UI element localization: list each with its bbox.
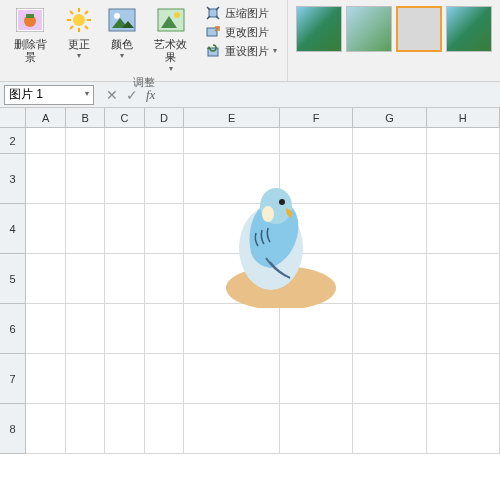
svg-point-27 <box>279 199 285 205</box>
cell[interactable] <box>353 354 426 404</box>
row-header[interactable]: 4 <box>0 204 26 254</box>
color-button[interactable]: 颜色 ▾ <box>102 2 143 62</box>
cell[interactable] <box>66 154 105 204</box>
cell[interactable] <box>105 154 144 204</box>
remove-background-button[interactable]: 删除背景 <box>4 2 56 66</box>
column-header[interactable]: C <box>105 108 144 127</box>
chevron-down-icon[interactable]: ▾ <box>85 89 89 98</box>
picture-style-thumb[interactable] <box>446 6 492 52</box>
compress-picture-button[interactable]: 压缩图片 <box>201 4 281 22</box>
row-header[interactable]: 2 <box>0 128 26 154</box>
cell[interactable] <box>105 254 144 304</box>
reset-picture-button[interactable]: 重设图片 ▾ <box>201 42 281 60</box>
cell[interactable] <box>427 128 500 154</box>
cell[interactable] <box>105 204 144 254</box>
picture-style-thumb[interactable] <box>346 6 392 52</box>
cell[interactable] <box>145 254 184 304</box>
artistic-effects-button[interactable]: 艺术效果 ▾ <box>145 2 197 75</box>
cell[interactable] <box>427 154 500 204</box>
cell[interactable] <box>105 128 144 154</box>
cell[interactable] <box>66 254 105 304</box>
cell[interactable] <box>353 204 426 254</box>
cell[interactable] <box>26 304 65 354</box>
column-header[interactable]: G <box>353 108 426 127</box>
column-header[interactable]: F <box>280 108 353 127</box>
name-box-input[interactable] <box>9 88 69 102</box>
cell[interactable] <box>26 128 65 154</box>
cell[interactable] <box>427 354 500 404</box>
row-header[interactable]: 6 <box>0 304 26 354</box>
cell[interactable] <box>105 404 144 454</box>
row-header[interactable]: 7 <box>0 354 26 404</box>
picture-style-thumb[interactable] <box>296 6 342 52</box>
remove-background-icon <box>14 4 46 36</box>
fx-icon[interactable]: fx <box>146 87 155 103</box>
svg-line-10 <box>85 26 88 29</box>
reset-label: 重设图片 <box>225 44 269 59</box>
ribbon: 删除背景 更正 ▾ 颜色 ▾ 艺术效果 ▾ <box>0 0 500 82</box>
cell[interactable] <box>66 304 105 354</box>
cell[interactable] <box>145 354 184 404</box>
change-label: 更改图片 <box>225 25 269 40</box>
spreadsheet-grid[interactable]: ABCDEFGH 2345678 <box>0 108 500 454</box>
cancel-formula-button[interactable]: ✕ <box>106 87 118 103</box>
cell[interactable] <box>353 154 426 204</box>
cell[interactable] <box>427 304 500 354</box>
cell[interactable] <box>184 304 280 354</box>
cell[interactable] <box>105 304 144 354</box>
compress-icon <box>205 5 221 21</box>
cell[interactable] <box>280 304 353 354</box>
cell[interactable] <box>66 354 105 404</box>
column-header[interactable]: D <box>145 108 184 127</box>
row-header[interactable]: 8 <box>0 404 26 454</box>
cell[interactable] <box>26 354 65 404</box>
color-label: 颜色 <box>111 38 133 51</box>
column-header[interactable]: H <box>427 108 500 127</box>
row-header[interactable]: 5 <box>0 254 26 304</box>
cell[interactable] <box>427 254 500 304</box>
change-picture-button[interactable]: 更改图片 <box>201 23 281 41</box>
cell[interactable] <box>184 404 280 454</box>
select-all-cell[interactable] <box>0 108 26 127</box>
column-header[interactable]: A <box>26 108 65 127</box>
cell[interactable] <box>184 128 280 154</box>
cell[interactable] <box>105 354 144 404</box>
cell[interactable] <box>280 128 353 154</box>
cell[interactable] <box>280 354 353 404</box>
corrections-button[interactable]: 更正 ▾ <box>58 2 99 62</box>
cell[interactable] <box>184 354 280 404</box>
cell[interactable] <box>280 404 353 454</box>
cell[interactable] <box>66 128 105 154</box>
cell[interactable] <box>145 204 184 254</box>
cell[interactable] <box>353 128 426 154</box>
row-header[interactable]: 3 <box>0 154 26 204</box>
ribbon-group-adjust: 删除背景 更正 ▾ 颜色 ▾ 艺术效果 ▾ <box>0 0 288 81</box>
cell[interactable] <box>145 128 184 154</box>
cell[interactable] <box>427 204 500 254</box>
column-header[interactable]: E <box>184 108 280 127</box>
cell[interactable] <box>353 254 426 304</box>
accept-formula-button[interactable]: ✓ <box>126 87 138 103</box>
cell[interactable] <box>66 404 105 454</box>
cell[interactable] <box>26 204 65 254</box>
embedded-picture[interactable] <box>196 158 346 311</box>
cell[interactable] <box>26 404 65 454</box>
cell[interactable] <box>145 154 184 204</box>
svg-line-9 <box>70 11 73 14</box>
name-box[interactable]: ▾ <box>4 85 94 105</box>
chevron-down-icon: ▾ <box>273 46 277 55</box>
svg-rect-3 <box>26 14 34 18</box>
cell[interactable] <box>145 404 184 454</box>
chevron-down-icon: ▾ <box>77 51 81 60</box>
cell[interactable] <box>66 204 105 254</box>
picture-style-thumb[interactable] <box>396 6 442 52</box>
cell[interactable] <box>26 254 65 304</box>
cell[interactable] <box>353 404 426 454</box>
column-header[interactable]: B <box>66 108 105 127</box>
chevron-down-icon: ▾ <box>169 64 173 73</box>
cell[interactable] <box>145 304 184 354</box>
compress-label: 压缩图片 <box>225 6 269 21</box>
cell[interactable] <box>353 304 426 354</box>
cell[interactable] <box>427 404 500 454</box>
cell[interactable] <box>26 154 65 204</box>
